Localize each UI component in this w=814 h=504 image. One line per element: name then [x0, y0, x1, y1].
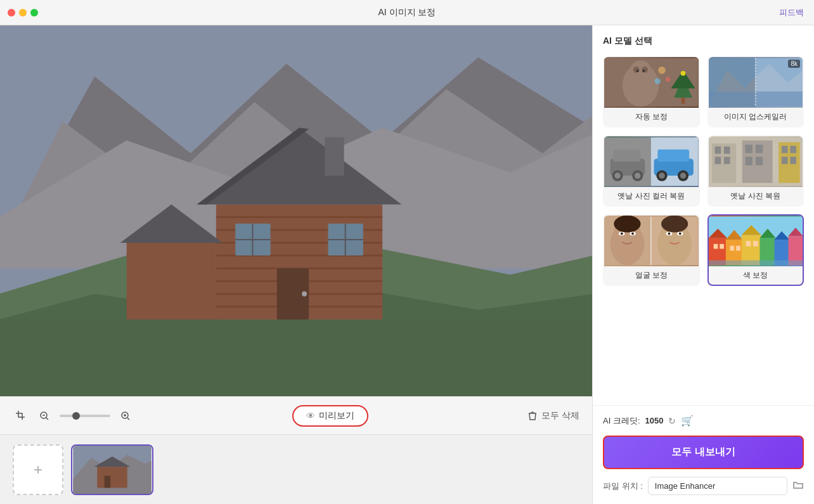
eye-icon: 👁 — [306, 411, 315, 421]
refresh-icon[interactable]: ↻ — [668, 416, 676, 426]
right-panel: AI 모델 선택 — [592, 25, 814, 504]
model-card-auto[interactable]: 자동 보정 — [603, 56, 700, 127]
svg-point-106 — [621, 233, 623, 235]
model-thumb-upscale: 8k — [709, 57, 803, 108]
ai-model-section: AI 모델 선택 — [593, 25, 814, 405]
zoom-in-button[interactable] — [118, 408, 133, 423]
svg-rect-97 — [781, 157, 787, 164]
svg-rect-86 — [723, 146, 730, 153]
svg-point-59 — [681, 71, 686, 76]
svg-rect-130 — [713, 244, 718, 249]
svg-point-73 — [614, 172, 621, 179]
model-label-colorize: 옛날 사진 컬러 복원 — [604, 187, 699, 205]
model-thumb-face — [604, 216, 699, 266]
model-thumb-colorize — [604, 136, 699, 187]
maximize-button[interactable] — [30, 9, 38, 16]
delete-all-button[interactable]: 모두 삭제 — [527, 410, 579, 422]
svg-point-54 — [636, 70, 639, 72]
file-location-select[interactable]: Image EnhancerDesktopDocuments — [648, 477, 787, 495]
svg-point-53 — [642, 67, 648, 73]
crop-tool-button[interactable] — [13, 408, 29, 424]
thumbnail-item[interactable] — [71, 444, 153, 495]
thumbnails-strip: + — [0, 434, 592, 504]
svg-rect-48 — [73, 446, 152, 494]
cart-icon[interactable]: 🛒 — [681, 415, 694, 427]
add-icon: + — [34, 461, 42, 479]
model-card-restore[interactable]: 옛날 사진 복원 — [707, 135, 804, 207]
canvas-view — [0, 25, 592, 396]
title-bar: AI 이미지 보정 피드백 — [0, 0, 814, 25]
svg-point-103 — [614, 216, 640, 233]
svg-point-113 — [668, 233, 671, 235]
zoom-out-button[interactable] — [37, 408, 52, 423]
svg-point-110 — [661, 216, 688, 233]
credit-row: AI 크레딧: 1050 ↻ 🛒 — [603, 415, 804, 427]
model-grid: 자동 보정 — [603, 56, 804, 286]
canvas-image — [0, 25, 592, 396]
file-location-row: 파일 위치 : Image EnhancerDesktopDocuments — [603, 477, 804, 495]
svg-point-107 — [631, 233, 634, 235]
svg-point-51 — [630, 61, 651, 82]
svg-rect-92 — [745, 157, 752, 165]
svg-rect-91 — [755, 145, 762, 153]
svg-rect-71 — [613, 150, 640, 162]
svg-point-52 — [633, 67, 640, 73]
svg-point-62 — [655, 78, 661, 84]
close-button[interactable] — [8, 9, 15, 16]
svg-rect-90 — [745, 145, 752, 153]
svg-rect-96 — [790, 146, 796, 153]
svg-rect-58 — [682, 98, 685, 104]
model-thumb-restore — [709, 136, 803, 187]
model-label-face: 얼굴 보정 — [604, 266, 699, 285]
svg-point-80 — [659, 172, 665, 179]
svg-rect-133 — [736, 246, 740, 251]
zoom-slider-container — [60, 415, 110, 417]
badge-8k: 8k — [788, 60, 800, 68]
model-label-auto: 자동 보정 — [604, 108, 699, 126]
trash-icon — [527, 411, 538, 421]
minimize-button[interactable] — [19, 9, 27, 16]
add-image-button[interactable]: + — [13, 444, 63, 495]
svg-point-82 — [680, 172, 687, 179]
model-thumb-auto — [604, 57, 699, 108]
svg-rect-131 — [720, 244, 724, 249]
feedback-link[interactable]: 피드백 — [779, 7, 804, 18]
traffic-lights — [8, 9, 38, 16]
export-all-button[interactable]: 모두 내보내기 — [603, 436, 804, 469]
model-label-restore: 옛날 사진 복원 — [709, 187, 803, 205]
window-title: AI 이미지 보정 — [378, 7, 436, 18]
svg-rect-85 — [714, 146, 721, 153]
svg-rect-98 — [790, 157, 796, 164]
model-label-color: 색 보정 — [709, 266, 803, 285]
preview-button[interactable]: 👁 미리보기 — [292, 405, 368, 427]
model-thumb-color — [709, 216, 803, 266]
thumbnail-image — [72, 446, 152, 494]
model-card-face[interactable]: 얼굴 보정 — [603, 214, 700, 286]
svg-rect-135 — [753, 241, 758, 247]
svg-line-33 — [46, 418, 48, 420]
delete-all-label: 모두 삭제 — [541, 410, 579, 422]
svg-point-75 — [635, 172, 641, 179]
section-title: AI 모델 선택 — [603, 36, 804, 47]
svg-rect-134 — [746, 241, 751, 247]
svg-point-55 — [642, 70, 645, 72]
svg-rect-93 — [755, 157, 762, 165]
svg-rect-78 — [657, 150, 689, 162]
zoom-slider[interactable] — [60, 415, 110, 417]
svg-rect-136 — [709, 261, 803, 266]
folder-icon[interactable] — [792, 479, 804, 493]
toolbar-bottom: 👁 미리보기 모두 삭제 — [0, 396, 592, 434]
model-card-upscale[interactable]: 8k 이미지 업스케일러 — [707, 56, 804, 127]
svg-line-37 — [127, 418, 129, 420]
svg-rect-88 — [723, 157, 730, 164]
preview-label: 미리보기 — [319, 410, 354, 422]
svg-rect-30 — [0, 25, 592, 396]
svg-rect-132 — [730, 246, 734, 251]
svg-point-60 — [658, 67, 665, 74]
svg-point-61 — [666, 77, 671, 82]
canvas-area: 👁 미리보기 모두 삭제 + — [0, 25, 592, 504]
credit-label: AI 크레딧: — [603, 415, 640, 427]
model-card-colorize[interactable]: 옛날 사진 컬러 복원 — [603, 135, 700, 207]
bottom-controls: AI 크레딧: 1050 ↻ 🛒 모두 내보내기 파일 위치 : Image E… — [593, 405, 814, 504]
model-card-color[interactable]: 색 보정 — [707, 214, 804, 286]
